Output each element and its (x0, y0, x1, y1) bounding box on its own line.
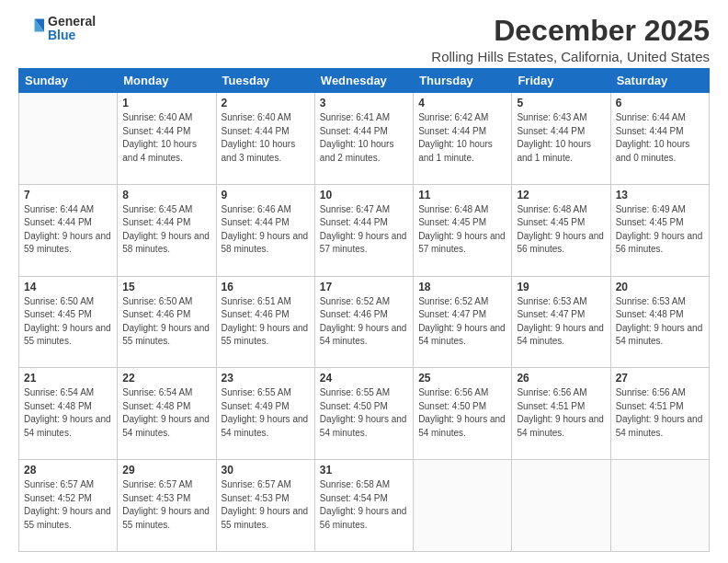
table-row: 16 Sunrise: 6:51 AM Sunset: 4:46 PM Dayl… (216, 276, 314, 368)
daylight-text: Daylight: 9 hours and 55 minutes. (222, 323, 309, 347)
sunrise-text: Sunrise: 6:57 AM (122, 479, 192, 489)
table-row: 9 Sunrise: 6:46 AM Sunset: 4:44 PM Dayli… (216, 184, 314, 276)
day-number: 22 (122, 372, 210, 385)
daylight-text: Daylight: 9 hours and 55 minutes. (122, 506, 210, 530)
table-row: 21 Sunrise: 6:54 AM Sunset: 4:48 PM Dayl… (19, 368, 118, 460)
day-info: Sunrise: 6:46 AM Sunset: 4:44 PM Dayligh… (222, 203, 310, 257)
logo-icon (18, 16, 44, 41)
calendar-week-row: 7 Sunrise: 6:44 AM Sunset: 4:44 PM Dayli… (19, 184, 710, 276)
day-number: 20 (616, 281, 704, 293)
day-info: Sunrise: 6:40 AM Sunset: 4:44 PM Dayligh… (122, 111, 210, 165)
sunset-text: Sunset: 4:44 PM (320, 217, 388, 227)
sunset-text: Sunset: 4:48 PM (616, 309, 684, 319)
day-info: Sunrise: 6:48 AM Sunset: 4:45 PM Dayligh… (517, 203, 605, 257)
sunrise-text: Sunrise: 6:40 AM (122, 112, 192, 122)
daylight-text: Daylight: 9 hours and 55 minutes. (222, 506, 309, 530)
sunset-text: Sunset: 4:51 PM (616, 401, 684, 411)
table-row: 24 Sunrise: 6:55 AM Sunset: 4:50 PM Dayl… (314, 368, 413, 460)
sunset-text: Sunset: 4:48 PM (122, 401, 190, 411)
col-thursday: Thursday (414, 69, 512, 93)
table-row: 7 Sunrise: 6:44 AM Sunset: 4:44 PM Dayli… (19, 184, 118, 276)
day-info: Sunrise: 6:49 AM Sunset: 4:45 PM Dayligh… (616, 203, 704, 257)
day-info: Sunrise: 6:54 AM Sunset: 4:48 PM Dayligh… (122, 386, 210, 440)
calendar-week-row: 28 Sunrise: 6:57 AM Sunset: 4:52 PM Dayl… (19, 460, 710, 552)
day-info: Sunrise: 6:56 AM Sunset: 4:51 PM Dayligh… (616, 386, 704, 440)
day-info: Sunrise: 6:45 AM Sunset: 4:44 PM Dayligh… (122, 203, 210, 257)
day-number: 23 (222, 372, 310, 385)
day-number: 16 (222, 281, 310, 293)
col-saturday: Saturday (610, 69, 709, 93)
table-row: 6 Sunrise: 6:44 AM Sunset: 4:44 PM Dayli… (610, 93, 709, 185)
sunset-text: Sunset: 4:44 PM (517, 126, 585, 136)
day-info: Sunrise: 6:53 AM Sunset: 4:48 PM Dayligh… (616, 295, 704, 349)
day-info: Sunrise: 6:48 AM Sunset: 4:45 PM Dayligh… (418, 203, 506, 257)
day-number: 18 (418, 281, 506, 293)
col-tuesday: Tuesday (216, 69, 314, 93)
sunrise-text: Sunrise: 6:44 AM (24, 204, 94, 214)
sunrise-text: Sunrise: 6:48 AM (418, 204, 488, 214)
sunset-text: Sunset: 4:44 PM (24, 217, 92, 227)
day-info: Sunrise: 6:40 AM Sunset: 4:44 PM Dayligh… (222, 111, 310, 165)
day-number: 1 (122, 97, 210, 109)
day-number: 7 (24, 189, 112, 201)
daylight-text: Daylight: 9 hours and 54 minutes. (222, 414, 309, 438)
daylight-text: Daylight: 9 hours and 54 minutes. (320, 323, 407, 347)
sunrise-text: Sunrise: 6:47 AM (320, 204, 390, 214)
table-row: 11 Sunrise: 6:48 AM Sunset: 4:45 PM Dayl… (414, 184, 512, 276)
table-row: 8 Sunrise: 6:45 AM Sunset: 4:44 PM Dayli… (118, 184, 216, 276)
sunrise-text: Sunrise: 6:43 AM (517, 112, 586, 122)
calendar-week-row: 1 Sunrise: 6:40 AM Sunset: 4:44 PM Dayli… (19, 93, 710, 185)
sunset-text: Sunset: 4:45 PM (616, 217, 684, 227)
sunset-text: Sunset: 4:44 PM (222, 126, 290, 136)
day-info: Sunrise: 6:50 AM Sunset: 4:46 PM Dayligh… (122, 295, 210, 349)
sunrise-text: Sunrise: 6:54 AM (24, 387, 94, 397)
day-number: 6 (616, 97, 704, 109)
day-info: Sunrise: 6:55 AM Sunset: 4:49 PM Dayligh… (222, 386, 310, 440)
day-info: Sunrise: 6:52 AM Sunset: 4:46 PM Dayligh… (320, 295, 408, 349)
sunrise-text: Sunrise: 6:57 AM (24, 479, 94, 489)
sunrise-text: Sunrise: 6:50 AM (24, 296, 94, 306)
table-row: 13 Sunrise: 6:49 AM Sunset: 4:45 PM Dayl… (610, 184, 709, 276)
sunset-text: Sunset: 4:47 PM (517, 309, 585, 319)
daylight-text: Daylight: 9 hours and 56 minutes. (320, 506, 407, 530)
sunset-text: Sunset: 4:50 PM (320, 401, 388, 411)
day-number: 10 (320, 189, 408, 201)
sunset-text: Sunset: 4:44 PM (122, 217, 190, 227)
table-row: 30 Sunrise: 6:57 AM Sunset: 4:53 PM Dayl… (216, 460, 314, 552)
day-info: Sunrise: 6:47 AM Sunset: 4:44 PM Dayligh… (320, 203, 408, 257)
day-number: 2 (222, 97, 310, 109)
day-info: Sunrise: 6:41 AM Sunset: 4:44 PM Dayligh… (320, 111, 408, 165)
day-info: Sunrise: 6:58 AM Sunset: 4:54 PM Dayligh… (320, 478, 408, 532)
table-row: 20 Sunrise: 6:53 AM Sunset: 4:48 PM Dayl… (610, 276, 709, 368)
sunset-text: Sunset: 4:54 PM (320, 493, 388, 503)
day-info: Sunrise: 6:51 AM Sunset: 4:46 PM Dayligh… (222, 295, 310, 349)
day-info: Sunrise: 6:42 AM Sunset: 4:44 PM Dayligh… (418, 111, 506, 165)
day-number: 27 (616, 372, 704, 385)
page: General Blue December 2025 Rolling Hills… (0, 0, 728, 563)
sunset-text: Sunset: 4:44 PM (222, 217, 290, 227)
col-friday: Friday (512, 69, 610, 93)
sunrise-text: Sunrise: 6:41 AM (320, 112, 390, 122)
day-number: 4 (418, 97, 506, 109)
sunrise-text: Sunrise: 6:40 AM (222, 112, 291, 122)
daylight-text: Daylight: 10 hours and 2 minutes. (320, 139, 394, 163)
day-info: Sunrise: 6:57 AM Sunset: 4:53 PM Dayligh… (122, 478, 210, 532)
table-row (19, 93, 118, 185)
daylight-text: Daylight: 9 hours and 57 minutes. (418, 231, 506, 255)
day-number: 5 (517, 97, 605, 109)
sunrise-text: Sunrise: 6:50 AM (122, 296, 192, 306)
sunrise-text: Sunrise: 6:52 AM (320, 296, 390, 306)
table-row: 31 Sunrise: 6:58 AM Sunset: 4:54 PM Dayl… (314, 460, 413, 552)
table-row: 23 Sunrise: 6:55 AM Sunset: 4:49 PM Dayl… (216, 368, 314, 460)
table-row: 19 Sunrise: 6:53 AM Sunset: 4:47 PM Dayl… (512, 276, 610, 368)
table-row: 14 Sunrise: 6:50 AM Sunset: 4:45 PM Dayl… (19, 276, 118, 368)
day-info: Sunrise: 6:44 AM Sunset: 4:44 PM Dayligh… (616, 111, 704, 165)
day-number: 31 (320, 464, 408, 477)
table-row: 25 Sunrise: 6:56 AM Sunset: 4:50 PM Dayl… (414, 368, 512, 460)
day-number: 25 (418, 372, 506, 385)
sunset-text: Sunset: 4:45 PM (418, 217, 486, 227)
sunrise-text: Sunrise: 6:48 AM (517, 204, 586, 214)
daylight-text: Daylight: 9 hours and 56 minutes. (616, 231, 703, 255)
day-number: 13 (616, 189, 704, 201)
calendar-table: Sunday Monday Tuesday Wednesday Thursday… (18, 68, 710, 552)
